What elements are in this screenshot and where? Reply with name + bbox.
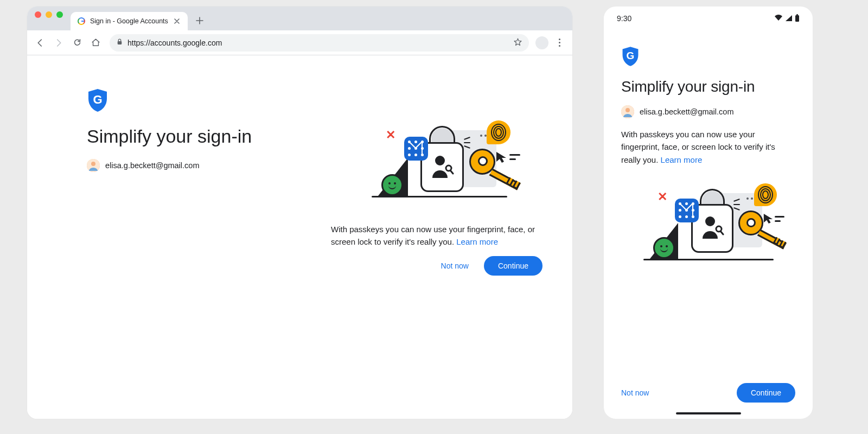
status-time: 9:30 xyxy=(617,14,631,23)
not-now-button[interactable]: Not now xyxy=(621,388,649,397)
tab-close-icon[interactable] xyxy=(173,17,181,25)
svg-point-13 xyxy=(626,108,630,112)
mobile-device-frame: 9:30 G Simplify your sign-in elisa.g.bec… xyxy=(604,7,813,419)
learn-more-link[interactable]: Learn more xyxy=(661,155,703,164)
shield-letter: G xyxy=(621,44,640,67)
cellular-signal-icon xyxy=(785,14,793,23)
browser-tab[interactable]: Sign in - Google Accounts xyxy=(71,12,188,30)
passkey-illustration: ✕ xyxy=(633,183,784,270)
description-body: With passkeys you can now use your finge… xyxy=(331,225,535,246)
not-now-button[interactable]: Not now xyxy=(441,261,469,270)
profile-avatar-button[interactable] xyxy=(535,36,548,49)
account-email: elisa.g.beckett@gmail.com xyxy=(640,107,733,116)
wifi-icon xyxy=(774,14,783,23)
window-maximize-icon[interactable] xyxy=(56,11,63,18)
user-avatar-icon xyxy=(87,159,100,172)
shield-letter: G xyxy=(87,87,108,113)
tab-strip: Sign in - Google Accounts xyxy=(27,7,572,30)
google-shield-logo: G xyxy=(87,88,108,113)
google-favicon-icon xyxy=(77,17,86,25)
learn-more-link[interactable]: Learn more xyxy=(456,237,498,246)
url-text: https://accounts.google.com xyxy=(127,39,222,47)
window-traffic-lights[interactable] xyxy=(35,7,71,30)
svg-rect-11 xyxy=(796,14,798,15)
user-avatar-icon xyxy=(621,105,634,118)
action-button-row: Not now Continue xyxy=(331,256,542,276)
svg-rect-4 xyxy=(81,21,84,22)
svg-point-8 xyxy=(435,156,445,165)
new-tab-button[interactable] xyxy=(192,13,207,28)
status-bar: 9:30 xyxy=(604,7,813,30)
desktop-browser-window: Sign in - Google Accounts https://accoun… xyxy=(27,7,572,419)
home-button[interactable] xyxy=(88,35,103,50)
page-content: G Simplify your sign-in elisa.g.beckett@… xyxy=(27,55,572,419)
google-shield-logo: G xyxy=(621,46,640,67)
svg-rect-10 xyxy=(795,15,799,22)
back-button[interactable] xyxy=(33,35,48,50)
account-email: elisa.g.beckett@gmail.com xyxy=(105,161,199,170)
reload-button[interactable] xyxy=(69,35,85,50)
action-button-row: Not now Continue xyxy=(621,383,795,403)
description-text: With passkeys you can now use your finge… xyxy=(621,128,784,166)
battery-icon xyxy=(795,14,800,23)
continue-button[interactable]: Continue xyxy=(737,383,795,403)
account-chip[interactable]: elisa.g.beckett@gmail.com xyxy=(621,105,795,118)
browser-toolbar: https://accounts.google.com xyxy=(27,30,572,55)
address-bar[interactable]: https://accounts.google.com xyxy=(110,34,529,52)
svg-point-7 xyxy=(91,162,95,166)
lock-icon xyxy=(116,38,123,47)
window-minimize-icon[interactable] xyxy=(46,11,52,18)
continue-button[interactable]: Continue xyxy=(484,256,542,276)
passkey-illustration: ✕ xyxy=(355,120,524,207)
page-headline: Simplify your sign-in xyxy=(621,78,795,95)
gesture-nav-bar[interactable] xyxy=(676,412,741,414)
tab-title: Sign in - Google Accounts xyxy=(90,17,168,25)
forward-button[interactable] xyxy=(51,35,66,50)
bookmark-star-icon[interactable] xyxy=(513,37,522,48)
browser-menu-button[interactable] xyxy=(552,35,567,50)
svg-point-14 xyxy=(705,216,715,226)
description-text: With passkeys you can now use your finge… xyxy=(331,224,548,248)
svg-rect-5 xyxy=(118,41,122,44)
window-close-icon[interactable] xyxy=(35,11,41,18)
